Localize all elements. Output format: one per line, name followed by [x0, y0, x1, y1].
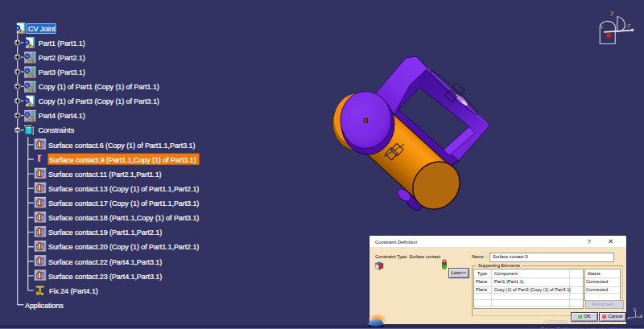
- svg-text:Applications: Applications: [25, 302, 64, 310]
- svg-text:Surface contact.20 (Copy (1) o: Surface contact.20 (Copy (1) of Part1.1,…: [48, 243, 199, 251]
- svg-text:Part4 (Part4.1): Part4 (Part4.1): [39, 112, 85, 120]
- svg-text:Surface contact.6 (Copy (1) of: Surface contact.6 (Copy (1) of Part1.1,P…: [48, 142, 195, 150]
- svg-text:Part1 (Part1.1): Part1 (Part1.1): [39, 39, 85, 47]
- svg-text:CV Joint: CV Joint: [28, 25, 56, 33]
- svg-text:Surface contact.19 (Part1.1,Pa: Surface contact.19 (Part1.1,Part2.1): [48, 228, 162, 236]
- svg-text:Surface contact.13 (Copy (1) o: Surface contact.13 (Copy (1) of Part1.1,…: [48, 185, 199, 193]
- svg-text:y: y: [610, 9, 615, 16]
- svg-text:Surface contact.23 (Part4.1,Pa: Surface contact.23 (Part4.1,Part3.1): [48, 273, 162, 281]
- svg-text:Copy (1) of Part1 (Copy (1) of: Copy (1) of Part1 (Copy (1) of Part1.1): [39, 83, 159, 91]
- svg-text:Surface contact.17 (Copy (1) o: Surface contact.17 (Copy (1) of Part1.1,…: [48, 199, 199, 208]
- svg-text:z: z: [626, 22, 630, 29]
- svg-text:Part2 (Part2.1): Part2 (Part2.1): [39, 54, 85, 62]
- svg-text:Constraints: Constraints: [39, 126, 75, 134]
- svg-text:Fix.24 (Part4.1): Fix.24 (Part4.1): [49, 287, 98, 295]
- svg-text:z: z: [640, 312, 642, 318]
- svg-text:Surface contact.9 (Part1.1,Cop: Surface contact.9 (Part1.1,Copy (1) of P…: [49, 156, 196, 164]
- svg-text:Surface contact.11 (Part2.1,Pa: Surface contact.11 (Part2.1,Part1.1): [48, 171, 162, 179]
- svg-text:Surface contact.22 (Part4.1,Pa: Surface contact.22 (Part4.1,Part3.1): [48, 258, 162, 266]
- svg-text:x: x: [599, 23, 604, 31]
- svg-text:Surface contact.18 (Part1.1,Co: Surface contact.18 (Part1.1,Copy (1) of …: [48, 214, 199, 222]
- svg-text:Part3 (Part3.1): Part3 (Part3.1): [39, 68, 85, 76]
- svg-text:Copy (1) of Part3 (Copy (1) of: Copy (1) of Part3 (Copy (1) of Part3.1): [39, 97, 159, 105]
